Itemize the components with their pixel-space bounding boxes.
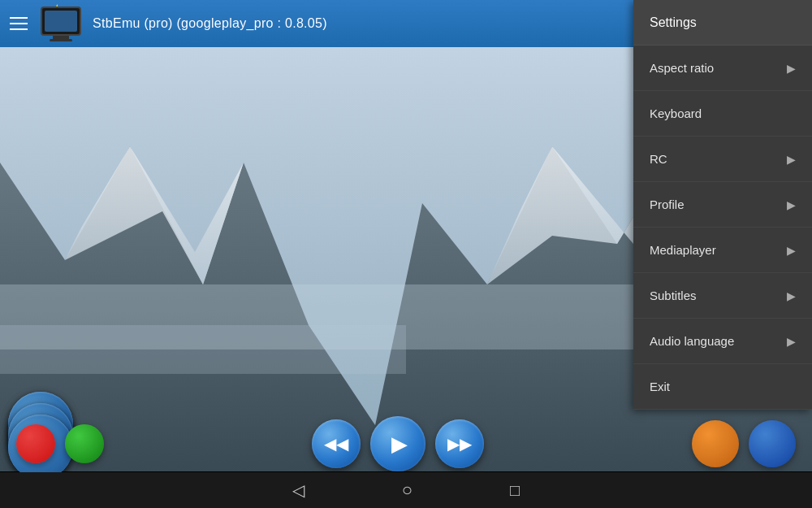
menu-item-exit[interactable]: Exit — [633, 364, 812, 410]
rewind-button[interactable]: ◀◀ — [312, 419, 361, 468]
svg-rect-6 — [0, 325, 406, 374]
rewind-icon: ◀◀ — [324, 434, 348, 454]
blue-button[interactable] — [749, 420, 796, 467]
chevron-right-icon: ▶ — [787, 244, 796, 257]
transport-bar: ◀◀ ▶ ▶▶ — [0, 416, 812, 471]
hamburger-menu-icon[interactable] — [10, 17, 28, 30]
menu-item-audio-language[interactable]: Audio language ▶ — [633, 319, 812, 364]
tv-icon: ★ — [41, 7, 81, 41]
menu-item-aspect-ratio[interactable]: Aspect ratio ▶ — [633, 46, 812, 91]
menu-item-mediaplayer[interactable]: Mediaplayer ▶ — [633, 228, 812, 273]
system-home-button[interactable]: ○ — [402, 480, 412, 501]
app-title: StbEmu (pro) (googleplay_pro : 0.8.05) — [93, 16, 327, 31]
menu-item-keyboard[interactable]: Keyboard — [633, 91, 812, 137]
system-nav-bar: ◁ ○ □ — [0, 472, 812, 508]
toolbar: ★ StbEmu (pro) (googleplay_pro : 0.8.05) — [0, 0, 633, 47]
menu-item-rc[interactable]: RC ▶ — [633, 137, 812, 182]
system-recent-button[interactable]: □ — [510, 481, 520, 500]
chevron-right-icon: ▶ — [787, 153, 796, 166]
play-icon: ▶ — [391, 432, 408, 457]
fastforward-button[interactable]: ▶▶ — [435, 419, 484, 468]
green-button[interactable] — [65, 424, 104, 463]
system-back-button[interactable]: ◁ — [292, 480, 304, 500]
fastforward-icon: ▶▶ — [447, 434, 472, 454]
chevron-right-icon: ▶ — [787, 62, 796, 75]
chevron-right-icon: ▶ — [787, 289, 796, 302]
menu-item-profile[interactable]: Profile ▶ — [633, 182, 812, 228]
menu-item-subtitles[interactable]: Subtitles ▶ — [633, 273, 812, 319]
orange-button[interactable] — [692, 420, 739, 467]
chevron-right-icon: ▶ — [787, 335, 796, 348]
settings-dropdown-menu: Settings Aspect ratio ▶ Keyboard RC ▶ Pr… — [633, 0, 812, 410]
menu-item-settings[interactable]: Settings — [633, 0, 812, 46]
play-button[interactable]: ▶ — [370, 416, 425, 471]
red-button[interactable] — [16, 424, 55, 463]
chevron-right-icon: ▶ — [787, 198, 796, 211]
